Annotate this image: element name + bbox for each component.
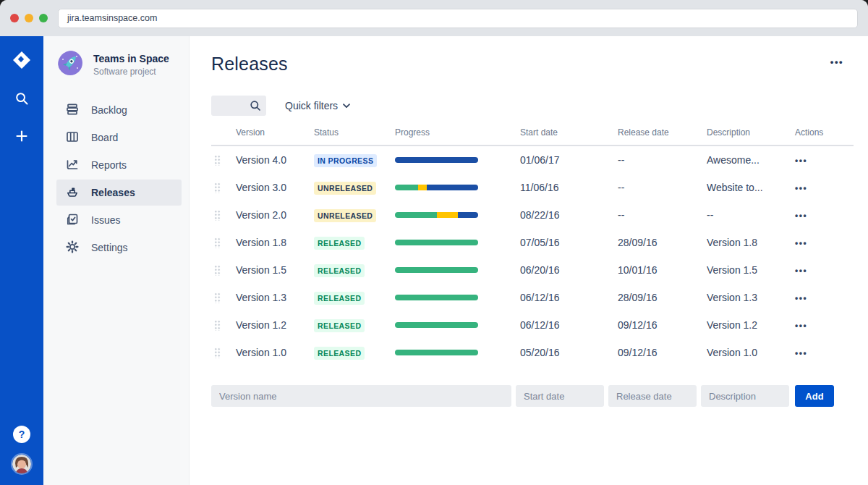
progress-bar [395, 212, 478, 218]
progress-bar [395, 185, 478, 190]
table-row[interactable]: Version 3.0 UNRELEASED 11/06/16 -- Websi… [211, 174, 854, 201]
sidebar-item-issues[interactable]: Issues [56, 207, 182, 233]
help-glyph: ? [19, 429, 25, 440]
sidebar-item-releases[interactable]: Releases [56, 180, 182, 206]
table-row[interactable]: Version 1.0 RELEASED 05/20/16 09/12/16 V… [211, 339, 854, 366]
version-cell[interactable]: Version 1.2 [236, 319, 314, 331]
url-bar[interactable]: jira.teamsinspace.com [58, 9, 858, 28]
sidebar-item-backlog[interactable]: Backlog [56, 97, 182, 123]
row-actions-button[interactable]: ••• [795, 293, 807, 303]
drag-handle-icon[interactable] [214, 265, 221, 276]
drag-handle-icon[interactable] [214, 182, 221, 193]
status-badge: RELEASED [314, 237, 365, 250]
sidebar-item-reports[interactable]: Reports [56, 152, 182, 178]
description-cell: Version 1.5 [707, 264, 795, 276]
board-icon [66, 130, 79, 146]
description-input[interactable] [701, 385, 789, 407]
drag-handle-icon[interactable] [214, 210, 221, 221]
add-icon[interactable] [12, 126, 32, 146]
table-row[interactable]: Version 1.8 RELEASED 07/05/16 28/09/16 V… [211, 229, 854, 256]
column-header-progress[interactable]: Progress [395, 127, 520, 138]
version-name-input[interactable] [211, 385, 511, 407]
drag-handle-icon[interactable] [214, 237, 221, 248]
progress-bar [395, 157, 478, 163]
start-date-cell: 11/06/16 [520, 182, 618, 193]
start-date-cell: 01/06/17 [520, 154, 618, 166]
project-avatar[interactable] [58, 51, 85, 78]
table-row[interactable]: Version 1.3 RELEASED 06/12/16 28/09/16 V… [211, 284, 854, 311]
table-header: Version Status Progress Start date Relea… [211, 127, 854, 146]
ship-icon [66, 185, 79, 201]
app-body: ? [0, 36, 868, 485]
minimize-window-button[interactable] [25, 14, 33, 22]
release-date-input[interactable] [608, 385, 697, 407]
progress-bar [395, 350, 478, 355]
release-date-cell: -- [618, 154, 707, 166]
issues-icon [66, 213, 79, 228]
sidebar-item-board[interactable]: Board [56, 125, 182, 151]
column-header-status[interactable]: Status [314, 127, 395, 138]
row-actions-button[interactable]: ••• [795, 211, 807, 221]
sidebar-item-settings[interactable]: Settings [56, 235, 182, 261]
description-cell: -- [707, 209, 795, 221]
row-actions-button[interactable]: ••• [795, 156, 807, 166]
close-window-button[interactable] [10, 14, 19, 22]
version-cell[interactable]: Version 1.8 [236, 237, 314, 248]
project-header: Teams in Space Software project [56, 51, 182, 78]
drag-handle-icon[interactable] [214, 347, 221, 358]
version-cell[interactable]: Version 2.0 [236, 209, 314, 221]
project-sidebar: Teams in Space Software project Backlog [43, 36, 190, 485]
maximize-window-button[interactable] [39, 14, 48, 22]
page-actions-button[interactable]: ••• [830, 56, 843, 67]
table-row[interactable]: Version 2.0 UNRELEASED 08/22/16 -- -- ••… [211, 201, 854, 229]
description-cell: Version 1.2 [707, 319, 795, 331]
drag-handle-icon[interactable] [214, 155, 221, 166]
column-header-release-date[interactable]: Release date [618, 127, 707, 138]
user-avatar[interactable] [11, 453, 33, 475]
row-actions-button[interactable]: ••• [795, 266, 807, 276]
chevron-down-icon [343, 104, 350, 109]
column-header-description[interactable]: Description [707, 127, 795, 138]
project-type: Software project [93, 67, 169, 77]
table-row[interactable]: Version 1.5 RELEASED 06/20/16 10/01/16 V… [211, 256, 854, 284]
table-row[interactable]: Version 4.0 IN PROGRESS 01/06/17 -- Awes… [211, 146, 854, 174]
row-actions-button[interactable]: ••• [795, 348, 807, 358]
version-cell[interactable]: Version 1.3 [236, 292, 314, 303]
progress-bar [395, 322, 478, 328]
start-date-cell: 05/20/16 [520, 347, 618, 358]
status-badge: RELEASED [314, 347, 365, 360]
version-cell[interactable]: Version 1.0 [236, 347, 314, 358]
drag-handle-icon[interactable] [214, 320, 221, 331]
version-cell[interactable]: Version 3.0 [236, 182, 314, 193]
browser-chrome: jira.teamsinspace.com [0, 0, 868, 36]
row-actions-button[interactable]: ••• [795, 321, 807, 331]
table-row[interactable]: Version 1.2 RELEASED 06/12/16 09/12/16 V… [211, 311, 854, 339]
column-header-version[interactable]: Version [236, 127, 314, 138]
release-date-cell: -- [618, 209, 707, 221]
start-date-cell: 07/05/16 [520, 237, 618, 248]
jira-logo-icon[interactable] [11, 49, 33, 71]
reports-icon [66, 158, 79, 173]
version-cell[interactable]: Version 4.0 [236, 154, 314, 166]
status-badge: RELEASED [314, 319, 365, 332]
status-badge: RELEASED [314, 264, 365, 277]
start-date-cell: 08/22/16 [520, 209, 618, 221]
search-input[interactable] [211, 96, 266, 116]
sidebar-nav: Backlog Board [56, 97, 182, 261]
sidebar-item-label: Board [91, 132, 118, 143]
sidebar-item-label: Reports [91, 159, 127, 171]
column-header-actions: Actions [795, 127, 846, 138]
row-actions-button[interactable]: ••• [795, 183, 807, 193]
drag-handle-icon[interactable] [214, 292, 221, 303]
version-cell[interactable]: Version 1.5 [236, 264, 314, 276]
start-date-input[interactable] [516, 385, 604, 407]
add-button[interactable]: Add [795, 385, 834, 407]
column-header-start-date[interactable]: Start date [520, 127, 618, 138]
search-icon[interactable] [12, 88, 32, 109]
page-title: Releases [211, 54, 854, 75]
help-icon[interactable]: ? [13, 426, 30, 443]
progress-bar [395, 267, 478, 273]
quick-filters-dropdown[interactable]: Quick filters [285, 100, 350, 111]
release-date-cell: 28/09/16 [618, 237, 707, 248]
row-actions-button[interactable]: ••• [795, 238, 807, 248]
